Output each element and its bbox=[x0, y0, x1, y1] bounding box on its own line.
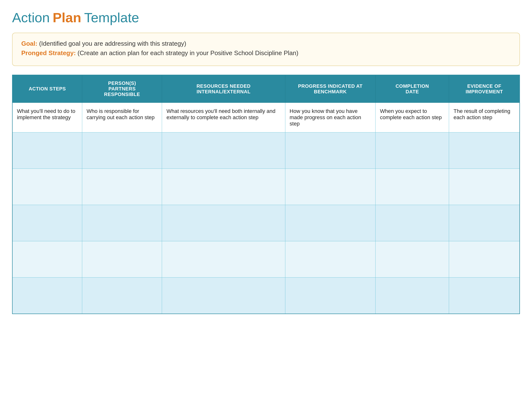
cell-persons-responsible-3 bbox=[82, 169, 162, 205]
table-header-row: ACTION STEPS PERSON(S) PARTNERS RESPONSI… bbox=[12, 75, 520, 103]
pronged-text: (Create an action plan for each strategy… bbox=[76, 49, 298, 56]
page-title: Action Plan Template bbox=[12, 10, 520, 25]
cell-resources-needed-4 bbox=[162, 205, 285, 241]
cell-resources-needed-6 bbox=[162, 278, 285, 314]
cell-persons-responsible-4 bbox=[82, 205, 162, 241]
table-row-empty-6 bbox=[12, 278, 520, 314]
cell-action-steps-3 bbox=[12, 169, 82, 205]
goal-line: Goal: (Identified goal you are addressin… bbox=[21, 40, 511, 47]
cell-progress-indicated-6 bbox=[285, 278, 376, 314]
cell-completion-date-1: When you expect to complete each action … bbox=[376, 103, 449, 132]
title-action: Action bbox=[12, 10, 50, 25]
cell-progress-indicated-4 bbox=[285, 205, 376, 241]
header-action-steps: ACTION STEPS bbox=[12, 75, 82, 103]
table-row-empty-3 bbox=[12, 169, 520, 205]
cell-progress-indicated-5 bbox=[285, 241, 376, 278]
cell-progress-indicated-2 bbox=[285, 132, 376, 169]
cell-action-steps-4 bbox=[12, 205, 82, 241]
cell-completion-date-6 bbox=[376, 278, 449, 314]
goal-box: Goal: (Identified goal you are addressin… bbox=[12, 33, 520, 66]
table-row-empty-4 bbox=[12, 205, 520, 241]
cell-progress-indicated-1: How you know that you have made progress… bbox=[285, 103, 376, 132]
cell-resources-needed-3 bbox=[162, 169, 285, 205]
cell-resources-needed-2 bbox=[162, 132, 285, 169]
cell-progress-indicated-3 bbox=[285, 169, 376, 205]
cell-action-steps-2 bbox=[12, 132, 82, 169]
table-row-first: What you'll need to do to implement the … bbox=[12, 103, 520, 132]
cell-action-steps-1: What you'll need to do to implement the … bbox=[12, 103, 82, 132]
title-template: Template bbox=[84, 10, 139, 25]
cell-evidence-improvement-5 bbox=[449, 241, 520, 278]
header-completion-date: COMPLETION DATE bbox=[376, 75, 449, 103]
header-resources-needed: RESOURCES NEEDED INTERNAL/EXTERNAL bbox=[162, 75, 285, 103]
pronged-line: Pronged Strategy: (Create an action plan… bbox=[21, 49, 511, 57]
cell-evidence-improvement-6 bbox=[449, 278, 520, 314]
cell-persons-responsible-2 bbox=[82, 132, 162, 169]
cell-persons-responsible-6 bbox=[82, 278, 162, 314]
action-plan-table: ACTION STEPS PERSON(S) PARTNERS RESPONSI… bbox=[12, 75, 520, 314]
cell-persons-responsible-1: Who is responsible for carrying out each… bbox=[82, 103, 162, 132]
cell-completion-date-5 bbox=[376, 241, 449, 278]
goal-label: Goal: bbox=[21, 40, 37, 47]
pronged-label: Pronged Strategy: bbox=[21, 49, 76, 56]
cell-evidence-improvement-4 bbox=[449, 205, 520, 241]
cell-resources-needed-5 bbox=[162, 241, 285, 278]
cell-action-steps-6 bbox=[12, 278, 82, 314]
table-row-empty-2 bbox=[12, 132, 520, 169]
cell-persons-responsible-5 bbox=[82, 241, 162, 278]
goal-text: (Identified goal you are addressing with… bbox=[37, 40, 186, 47]
cell-completion-date-3 bbox=[376, 169, 449, 205]
cell-resources-needed-1: What resources you'll need both internal… bbox=[162, 103, 285, 132]
header-evidence-improvement: EVIDENCE OF IMPROVEMENT bbox=[449, 75, 520, 103]
cell-completion-date-2 bbox=[376, 132, 449, 169]
cell-evidence-improvement-3 bbox=[449, 169, 520, 205]
cell-evidence-improvement-1: The result of completing each action ste… bbox=[449, 103, 520, 132]
title-plan: Plan bbox=[53, 10, 81, 25]
cell-evidence-improvement-2 bbox=[449, 132, 520, 169]
header-persons-responsible: PERSON(S) PARTNERS RESPONSIBLE bbox=[82, 75, 162, 103]
cell-action-steps-5 bbox=[12, 241, 82, 278]
table-row-empty-5 bbox=[12, 241, 520, 278]
header-progress-indicated: PROGRESS INDICATED AT BENCHMARK bbox=[285, 75, 376, 103]
cell-completion-date-4 bbox=[376, 205, 449, 241]
